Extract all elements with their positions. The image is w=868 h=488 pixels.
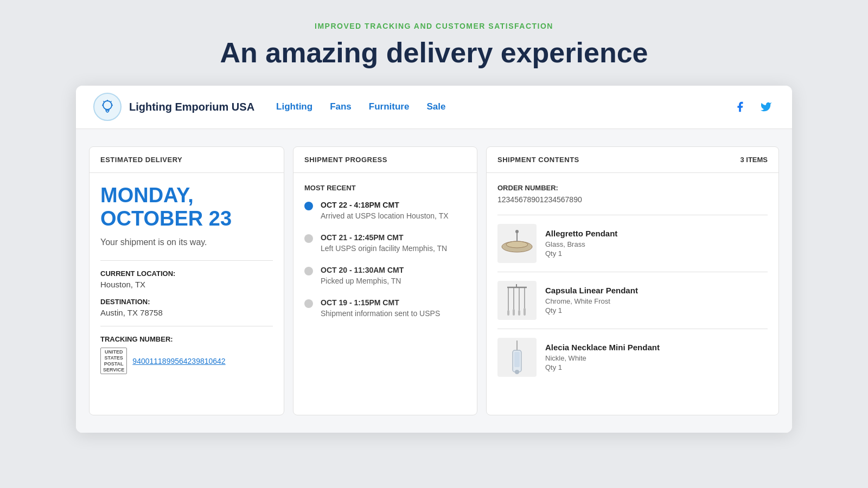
product-item: Alecia Necklace Mini Pendant Nickle, Whi… (497, 329, 768, 386)
current-location-value: Houston, TX (100, 280, 273, 289)
product-image (497, 338, 537, 377)
svg-line-3 (104, 101, 105, 102)
delivery-panel: ESTIMATED DELIVERY MONDAY, OCTOBER 23 Yo… (89, 146, 284, 415)
progress-item: OCT 20 - 11:30AM CMT Picked up Memphis, … (304, 266, 466, 285)
order-number-label: ORDER NUMBER: (497, 184, 768, 192)
product-qty: Qty 1 (545, 363, 660, 371)
tracking-section: TRACKING NUMBER: UNITEDSTATESPOSTALSERVI… (100, 326, 273, 374)
progress-date: OCT 20 - 11:30AM CMT (321, 266, 404, 274)
progress-item: OCT 19 - 1:15PM CMT Shipment information… (304, 298, 466, 318)
product-detail: Chrome, White Frost (545, 297, 638, 305)
svg-point-0 (103, 101, 112, 110)
product-item: Allegretto Pendant Glass, Brass Qty 1 (497, 215, 768, 272)
destination-label: DESTINATION: (100, 298, 273, 306)
progress-description: Left USPS origin facility Memphis, TN (321, 244, 447, 253)
hero-subtitle: IMPROVED TRACKING AND CUSTOMER SATISFACT… (220, 22, 648, 30)
product-qty: Qty 1 (545, 249, 617, 258)
shipment-progress-panel: SHIPMENT PROGRESS MOST RECENT OCT 22 - 4… (293, 146, 477, 415)
progress-text: OCT 20 - 11:30AM CMT Picked up Memphis, … (321, 266, 404, 285)
progress-dot (304, 299, 313, 308)
delivery-panel-title: ESTIMATED DELIVERY (100, 156, 182, 164)
nav-item-sale[interactable]: Sale (426, 101, 445, 112)
progress-text: OCT 21 - 12:45PM CMT Left USPS origin fa… (321, 233, 447, 253)
product-info: Capsula Linear Pendant Chrome, White Fro… (545, 286, 638, 314)
progress-text: OCT 19 - 1:15PM CMT Shipment information… (321, 298, 440, 318)
delivery-panel-body: MONDAY, OCTOBER 23 Your shipment is on i… (90, 173, 284, 386)
product-image (497, 281, 537, 320)
product-name: Alecia Necklace Mini Pendant (545, 343, 660, 352)
shipment-contents-header: SHIPMENT CONTENTS 3 ITEMS (487, 147, 778, 173)
nav-links: Lighting Fans Furniture Sale (276, 101, 731, 112)
most-recent-label: MOST RECENT (304, 184, 466, 192)
nav-item-fans[interactable]: Fans (330, 101, 352, 112)
product-info: Alecia Necklace Mini Pendant Nickle, Whi… (545, 343, 660, 371)
nav-item-furniture[interactable]: Furniture (369, 101, 410, 112)
main-content: ESTIMATED DELIVERY MONDAY, OCTOBER 23 Yo… (76, 129, 792, 433)
delivery-panel-header: ESTIMATED DELIVERY (90, 147, 284, 173)
svg-point-8 (506, 241, 528, 248)
items-count-badge: 3 ITEMS (740, 156, 768, 164)
progress-item: OCT 21 - 12:45PM CMT Left USPS origin fa… (304, 233, 466, 253)
logo-icon (93, 93, 122, 121)
twitter-icon[interactable] (757, 98, 775, 115)
progress-description: Arrived at USPS location Houston, TX (321, 211, 449, 220)
tracking-number[interactable]: 9400111899564239810642 (132, 357, 225, 365)
brand-name: Lighting Emporium USA (129, 101, 254, 113)
progress-text: OCT 22 - 4:18PM CMT Arrived at USPS loca… (321, 201, 449, 220)
product-name: Allegretto Pendant (545, 229, 617, 238)
browser-window: Lighting Emporium USA Lighting Fans Furn… (76, 86, 792, 433)
product-detail: Nickle, White (545, 354, 660, 362)
svg-point-10 (515, 230, 519, 233)
delivery-message: Your shipment is on its way. (100, 237, 273, 247)
hero-title: An amazing delivery experience (220, 37, 648, 69)
navbar: Lighting Emporium USA Lighting Fans Furn… (76, 86, 792, 129)
progress-date: OCT 21 - 12:45PM CMT (321, 233, 447, 242)
tracking-label: TRACKING NUMBER: (100, 335, 273, 343)
svg-rect-18 (524, 308, 526, 316)
svg-point-24 (515, 370, 519, 374)
logo-area: Lighting Emporium USA (93, 93, 254, 121)
shipment-contents-title: SHIPMENT CONTENTS (497, 156, 579, 164)
svg-line-4 (111, 101, 112, 102)
progress-dot (304, 234, 313, 243)
usps-logo: UNITEDSTATESPOSTALSERVICE (100, 348, 127, 374)
svg-rect-23 (514, 352, 520, 367)
product-detail: Glass, Brass (545, 240, 617, 248)
products-list: Allegretto Pendant Glass, Brass Qty 1 Ca… (497, 215, 768, 386)
destination-value: Austin, TX 78758 (100, 308, 273, 317)
progress-list: OCT 22 - 4:18PM CMT Arrived at USPS loca… (304, 201, 466, 318)
facebook-icon[interactable] (731, 98, 749, 115)
svg-rect-16 (513, 309, 515, 316)
shipment-contents-body: ORDER NUMBER: 12345678901234567890 Alleg… (487, 173, 778, 396)
shipment-progress-title: SHIPMENT PROGRESS (304, 156, 387, 164)
delivery-date: MONDAY, OCTOBER 23 (100, 184, 273, 231)
nav-item-lighting[interactable]: Lighting (276, 101, 312, 112)
shipment-contents-panel: SHIPMENT CONTENTS 3 ITEMS ORDER NUMBER: … (486, 146, 779, 415)
product-name: Capsula Linear Pendant (545, 286, 638, 295)
hero-section: IMPROVED TRACKING AND CUSTOMER SATISFACT… (220, 22, 648, 69)
product-item: Capsula Linear Pendant Chrome, White Fro… (497, 272, 768, 329)
progress-description: Picked up Memphis, TN (321, 277, 404, 285)
product-qty: Qty 1 (545, 306, 638, 314)
progress-item: OCT 22 - 4:18PM CMT Arrived at USPS loca… (304, 201, 466, 220)
svg-rect-17 (518, 310, 520, 316)
order-number-value: 12345678901234567890 (497, 195, 768, 204)
progress-dot (304, 202, 313, 210)
social-icons (731, 98, 775, 115)
shipment-progress-header: SHIPMENT PROGRESS (293, 147, 477, 173)
tracking-row: UNITEDSTATESPOSTALSERVICE 94001118995642… (100, 348, 273, 374)
progress-date: OCT 19 - 1:15PM CMT (321, 298, 440, 307)
progress-description: Shipment information sent to USPS (321, 309, 440, 318)
progress-dot (304, 267, 313, 275)
svg-rect-15 (507, 310, 509, 316)
product-image (497, 224, 537, 263)
product-info: Allegretto Pendant Glass, Brass Qty 1 (545, 229, 617, 258)
progress-date: OCT 22 - 4:18PM CMT (321, 201, 449, 209)
current-location-label: CURRENT LOCATION: (100, 269, 273, 278)
shipment-progress-body: MOST RECENT OCT 22 - 4:18PM CMT Arrived … (293, 173, 477, 342)
